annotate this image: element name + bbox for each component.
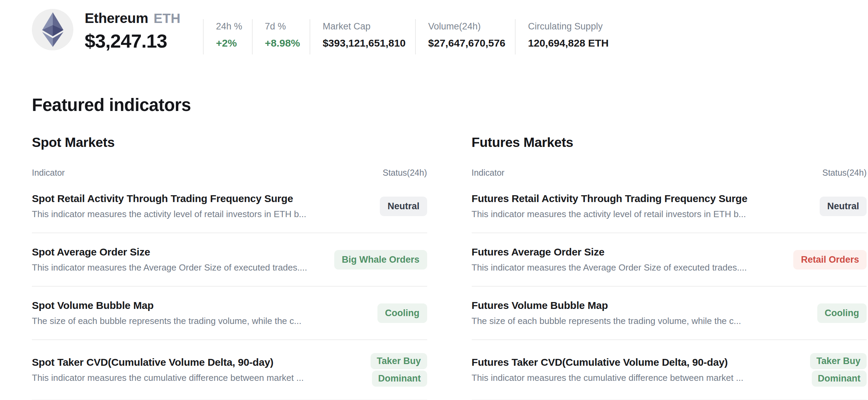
coin-stats: 24h % +2% 7d % +8.98% Market Cap $393,12… — [203, 19, 618, 54]
stat-value: +8.98% — [265, 37, 300, 49]
row-text: Futures Retail Activity Through Trading … — [472, 193, 748, 220]
indicator-title: Spot Taker CVD(Cumulative Volume Delta, … — [32, 357, 304, 368]
stat-label: Circulating Supply — [528, 21, 608, 32]
futures-markets-section: Futures Markets Indicator Status(24h) Fu… — [472, 135, 867, 400]
indicator-description: This indicator measures the cumulative d… — [472, 373, 744, 383]
indicator-description: This indicator measures the activity lev… — [472, 209, 748, 220]
status-badge: Cooling — [817, 303, 867, 323]
row-text: Spot Average Order Size This indicator m… — [32, 246, 307, 273]
indicator-title: Futures Retail Activity Through Trading … — [472, 193, 748, 204]
spot-markets-section: Spot Markets Indicator Status(24h) Spot … — [32, 135, 427, 400]
status-badge: Neutral — [820, 197, 867, 216]
status-badges: Neutral — [380, 197, 427, 216]
coin-header: Ethereum ETH $3,247.13 24h % +2% 7d % +8… — [32, 0, 867, 54]
row-text: Spot Taker CVD(Cumulative Volume Delta, … — [32, 357, 304, 383]
status-badge: Taker Buy — [810, 353, 867, 369]
coin-symbol: ETH — [154, 11, 180, 26]
coin-name: Ethereum — [85, 10, 148, 26]
column-header-status: Status(24h) — [383, 168, 427, 178]
indicator-title: Spot Retail Activity Through Trading Fre… — [32, 193, 306, 204]
stat-label: Volume(24h) — [428, 21, 505, 32]
status-badges: Retail Orders — [793, 250, 867, 270]
ethereum-diamond-icon — [42, 12, 63, 47]
indicator-description: The size of each bubble represents the t… — [32, 316, 301, 326]
status-badges: Taker Buy Dominant — [810, 353, 867, 387]
stat-market-cap: Market Cap $393,121,651,810 — [310, 19, 415, 54]
stat-7d-change: 7d % +8.98% — [252, 19, 310, 54]
indicator-row-futures-retail-activity[interactable]: Futures Retail Activity Through Trading … — [472, 180, 867, 233]
stat-24h-change: 24h % +2% — [203, 19, 252, 54]
status-badges: Neutral — [820, 197, 867, 216]
coin-title-block: Ethereum ETH $3,247.13 — [85, 9, 203, 52]
indicator-title: Futures Volume Bubble Map — [472, 300, 741, 311]
indicator-row-spot-taker-cvd[interactable]: Spot Taker CVD(Cumulative Volume Delta, … — [32, 340, 427, 400]
coin-price: $3,247.13 — [85, 30, 203, 52]
indicator-description: This indicator measures the activity lev… — [32, 209, 306, 220]
indicator-row-spot-retail-activity[interactable]: Spot Retail Activity Through Trading Fre… — [32, 180, 427, 233]
indicator-title: Futures Taker CVD(Cumulative Volume Delt… — [472, 357, 744, 368]
ethereum-logo-icon — [32, 9, 73, 50]
indicator-row-futures-taker-cvd[interactable]: Futures Taker CVD(Cumulative Volume Delt… — [472, 340, 867, 400]
indicator-row-futures-volume-bubble-map[interactable]: Futures Volume Bubble Map The size of ea… — [472, 287, 867, 340]
stat-circulating-supply: Circulating Supply 120,694,828 ETH — [515, 19, 618, 54]
stat-label: 7d % — [265, 21, 300, 32]
spot-markets-title: Spot Markets — [32, 135, 427, 150]
column-header-indicator: Indicator — [472, 168, 505, 178]
row-text: Futures Average Order Size This indicato… — [472, 246, 747, 273]
indicator-row-futures-average-order-size[interactable]: Futures Average Order Size This indicato… — [472, 233, 867, 287]
status-badge: Taker Buy — [371, 353, 427, 369]
indicator-row-spot-average-order-size[interactable]: Spot Average Order Size This indicator m… — [32, 233, 427, 287]
stat-value: 120,694,828 ETH — [528, 37, 608, 49]
futures-table-header: Indicator Status(24h) — [472, 168, 867, 178]
status-badges: Taker Buy Dominant — [371, 353, 427, 387]
indicator-title: Spot Volume Bubble Map — [32, 300, 301, 311]
column-header-indicator: Indicator — [32, 168, 65, 178]
status-badge: Big Whale Orders — [334, 250, 427, 270]
indicator-description: This indicator measures the Average Orde… — [472, 262, 747, 273]
coin-indicators-page: Ethereum ETH $3,247.13 24h % +2% 7d % +8… — [0, 0, 868, 400]
indicator-title: Futures Average Order Size — [472, 246, 747, 258]
page-title: Featured indicators — [32, 95, 867, 115]
row-text: Futures Taker CVD(Cumulative Volume Delt… — [472, 357, 744, 383]
row-text: Futures Volume Bubble Map The size of ea… — [472, 300, 741, 326]
status-badges: Cooling — [377, 303, 427, 323]
indicator-row-spot-volume-bubble-map[interactable]: Spot Volume Bubble Map The size of each … — [32, 287, 427, 340]
futures-markets-title: Futures Markets — [472, 135, 867, 150]
indicator-description: This indicator measures the cumulative d… — [32, 373, 304, 383]
spot-table-header: Indicator Status(24h) — [32, 168, 427, 178]
indicator-title: Spot Average Order Size — [32, 246, 307, 258]
row-text: Spot Volume Bubble Map The size of each … — [32, 300, 301, 326]
stat-value: $393,121,651,810 — [323, 37, 406, 49]
row-text: Spot Retail Activity Through Trading Fre… — [32, 193, 306, 220]
stat-label: Market Cap — [323, 21, 406, 32]
status-badge: Neutral — [380, 197, 427, 216]
indicator-columns: Spot Markets Indicator Status(24h) Spot … — [32, 135, 867, 400]
column-header-status: Status(24h) — [822, 168, 867, 178]
status-badge: Dominant — [812, 371, 867, 387]
status-badge: Retail Orders — [793, 250, 867, 270]
status-badge: Cooling — [377, 303, 427, 323]
status-badges: Big Whale Orders — [334, 250, 427, 270]
stat-value: +2% — [216, 37, 242, 49]
stat-label: 24h % — [216, 21, 242, 32]
stat-value: $27,647,670,576 — [428, 37, 505, 49]
status-badge: Dominant — [372, 371, 427, 387]
status-badges: Cooling — [817, 303, 867, 323]
stat-volume-24h: Volume(24h) $27,647,670,576 — [415, 19, 515, 54]
indicator-description: The size of each bubble represents the t… — [472, 316, 741, 326]
indicator-description: This indicator measures the Average Orde… — [32, 262, 307, 273]
